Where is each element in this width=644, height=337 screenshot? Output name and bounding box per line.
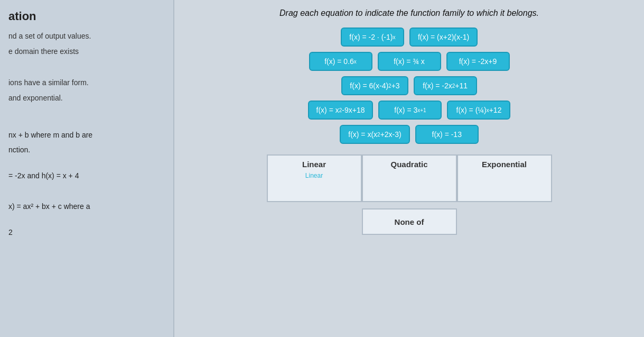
tile-t1[interactable]: f(x) = -2 · (-1)x xyxy=(341,28,404,47)
tile-t8[interactable]: f(x) = x2-9x+18 xyxy=(308,101,374,120)
sidebar-text-1: nd a set of output values. xyxy=(8,31,165,42)
bottom-row: None of xyxy=(187,205,631,235)
tile-row-4: f(x) = x2-9x+18 f(x) = 3x+1 f(x) = (¼)x+… xyxy=(308,101,511,120)
sidebar-formula-4: x) = ax² + bx + c where a xyxy=(8,201,165,212)
tile-t6[interactable]: f(x) = 6(x-4)2+3 xyxy=(341,76,408,95)
sidebar: ation nd a set of output values. e domai… xyxy=(0,0,174,337)
sidebar-text-3: ions have a similar form. xyxy=(8,77,165,88)
tile-row-1: f(x) = -2 · (-1)x f(x) = (x+2)(x-1) xyxy=(341,28,478,47)
tile-t9[interactable]: f(x) = 3x+1 xyxy=(378,101,442,120)
dropzone-quadratic-label: Quadratic xyxy=(390,160,427,169)
sidebar-formula-2: nction. xyxy=(8,144,165,156)
tile-t3[interactable]: f(x) = 0.6x xyxy=(309,52,372,71)
sidebar-bottom-text: 2 xyxy=(8,226,165,238)
dropzones-row: Linear Linear Quadratic Exponential xyxy=(187,154,631,202)
tile-t7[interactable]: f(x) = -2x2+11 xyxy=(414,76,477,95)
tiles-area: f(x) = -2 · (-1)x f(x) = (x+2)(x-1) f(x)… xyxy=(187,28,631,144)
tile-t2[interactable]: f(x) = (x+2)(x-1) xyxy=(409,28,478,47)
dropzone-exponential[interactable]: Exponential xyxy=(457,154,552,202)
sidebar-text-2: e domain there exists xyxy=(8,46,165,57)
instruction-text: Drag each equation to indicate the funct… xyxy=(187,8,631,18)
tile-t4[interactable]: f(x) = ¾ x xyxy=(378,52,441,71)
sidebar-title: ation xyxy=(8,10,165,23)
dropzone-linear-label: Linear xyxy=(302,160,326,169)
dropzone-exponential-label: Exponential xyxy=(482,160,527,169)
dropzone-exponential-content: Exponential xyxy=(458,160,551,169)
tile-row-5: f(x) = x(x2+2x-3) f(x) = -13 xyxy=(340,125,478,144)
dropzone-noneof-label: None of xyxy=(395,217,424,226)
dropzone-quadratic[interactable]: Quadratic xyxy=(362,154,457,202)
tile-t10[interactable]: f(x) = (¼)x+12 xyxy=(447,101,510,120)
dropzone-quadratic-content: Quadratic xyxy=(363,160,456,169)
tile-t11[interactable]: f(x) = x(x2+2x-3) xyxy=(340,125,409,144)
main-content: Drag each equation to indicate the funct… xyxy=(174,0,644,337)
tile-row-2: f(x) = 0.6x f(x) = ¾ x f(x) = -2x+9 xyxy=(309,52,510,71)
tile-t12[interactable]: f(x) = -13 xyxy=(415,125,479,144)
sidebar-text-4: and exponential. xyxy=(8,93,165,104)
dropzone-linear[interactable]: Linear Linear xyxy=(267,154,362,202)
dropzone-noneof[interactable]: None of xyxy=(362,208,457,235)
sidebar-formula-1: nx + b where m and b are xyxy=(8,129,165,141)
tile-t5[interactable]: f(x) = -2x+9 xyxy=(446,52,510,71)
dropzone-linear-placed: Linear xyxy=(305,172,323,179)
dropzone-linear-content: Linear Linear xyxy=(268,160,361,179)
tile-row-3: f(x) = 6(x-4)2+3 f(x) = -2x2+11 xyxy=(341,76,477,95)
sidebar-formula-3: = -2x and h(x) = x + 4 xyxy=(8,170,165,181)
